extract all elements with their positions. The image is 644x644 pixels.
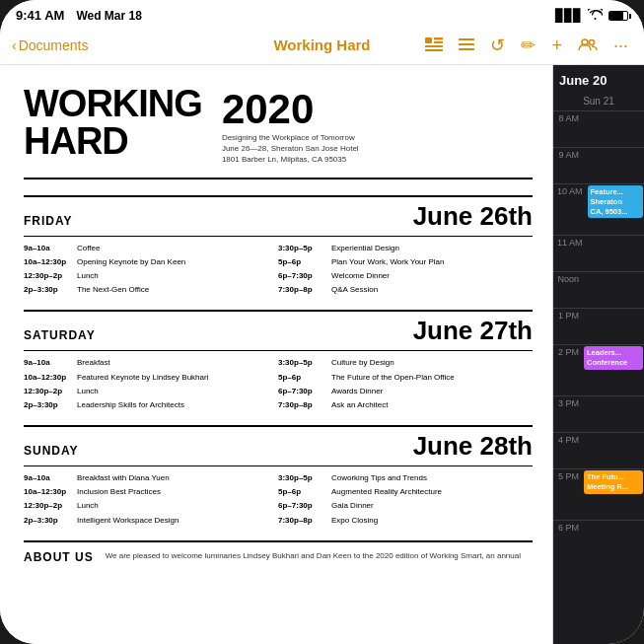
- sched-time: 9a–10a: [24, 472, 71, 483]
- content-area: WORKING HARD 2020 Designing the Workplac…: [0, 65, 644, 644]
- cal-event-area: [583, 521, 644, 556]
- sched-event: Expo Closing: [331, 515, 378, 526]
- schedule-item: 10a–12:30p Inclusion Best Practices: [24, 486, 270, 497]
- svg-rect-2: [434, 41, 443, 43]
- sched-time: 5p–6p: [278, 372, 325, 383]
- schedule-item: 12:30p–2p Lunch: [24, 270, 270, 281]
- back-button[interactable]: ‹ Documents: [12, 37, 88, 53]
- schedule-col: 3:30p–5p Culture by Design 5p–6p The Fut…: [278, 357, 533, 413]
- toolbar: ‹ Documents Working Hard ↺ ✏ + ···: [0, 27, 644, 65]
- cal-row: 9 AM: [553, 147, 644, 183]
- status-time: 9:41 AM: [16, 8, 64, 23]
- cal-event-area: [583, 309, 644, 344]
- cal-row: 4 PM: [553, 432, 644, 468]
- sched-time: 6p–7:30p: [278, 270, 325, 281]
- sched-event: Inclusion Best Practices: [77, 486, 161, 497]
- day-section: SATURDAY June 27th 9a–10a Breakfast 10a–…: [24, 310, 533, 413]
- toolbar-title: Working Hard: [273, 36, 370, 53]
- status-date: Wed Mar 18: [76, 9, 141, 23]
- list-icon[interactable]: [455, 34, 478, 58]
- schedule-item: 2p–3:30p Leadership Skills for Architect…: [24, 399, 270, 410]
- cal-event[interactable]: Feature... Sheraton CA, 9503...: [588, 185, 643, 218]
- schedule-item: 6p–7:30p Gala Dinner: [278, 500, 525, 511]
- cal-time-label: 1 PM: [553, 309, 583, 322]
- cal-row: 2 PMLeaders... Conference: [553, 344, 644, 395]
- cal-day-header: Sun 21: [553, 92, 644, 110]
- schedule-item: 2p–3:30p The Next-Gen Office: [24, 284, 270, 295]
- day-date: June 27th: [115, 316, 533, 346]
- sched-time: 5p–6p: [278, 486, 325, 497]
- cal-event[interactable]: Leaders... Conference: [584, 346, 643, 370]
- sched-time: 12:30p–2p: [24, 386, 71, 396]
- day-date: June 28th: [99, 431, 533, 462]
- schedule-item: 7:30p–8p Q&A Session: [278, 284, 525, 295]
- schedule-item: 7:30p–8p Expo Closing: [278, 515, 525, 526]
- cal-time-label: 2 PM: [553, 345, 583, 359]
- cal-header: June 20: [553, 65, 644, 92]
- schedule-item: 5p–6p Plan Your Work, Work Your Plan: [278, 256, 525, 267]
- svg-rect-1: [434, 37, 443, 40]
- day-name: SATURDAY: [24, 328, 96, 342]
- sched-time: 3:30p–5p: [278, 243, 325, 253]
- schedule-item: 12:30p–2p Lunch: [24, 500, 270, 511]
- schedule-item: 2p–3:30p Intelligent Workspace Design: [24, 515, 270, 526]
- cal-event-area: [583, 396, 644, 432]
- sched-event: Breakfast: [77, 357, 110, 368]
- document-panel[interactable]: WORKING HARD 2020 Designing the Workplac…: [0, 65, 553, 644]
- cal-time-label: 9 AM: [553, 148, 583, 162]
- cal-event-area: Feature... Sheraton CA, 9503...: [587, 184, 644, 220]
- back-label: Documents: [19, 37, 89, 53]
- cal-time-label: Noon: [553, 272, 583, 286]
- schedule-col: 9a–10a Breakfast with Diana Yuen 10a–12:…: [24, 472, 278, 529]
- sched-event: Coworking Tips and Trends: [331, 472, 427, 483]
- calendar-rows: 8 AM9 AM10 AMFeature... Sheraton CA, 950…: [553, 110, 644, 556]
- svg-point-9: [589, 39, 594, 44]
- schedule-item: 6p–7:30p Awards Dinner: [278, 386, 525, 396]
- day-name: FRIDAY: [24, 214, 78, 228]
- battery-icon: [608, 11, 628, 21]
- schedule-item: 5p–6p The Future of the Open-Plan Office: [278, 372, 525, 383]
- sched-event: Q&A Session: [331, 284, 378, 295]
- sched-time: 7:30p–8p: [278, 399, 325, 410]
- sched-event: Intelligent Workspace Design: [77, 515, 179, 526]
- add-icon[interactable]: +: [547, 34, 566, 58]
- cal-row: 3 PM: [553, 395, 644, 432]
- cal-event-area: [587, 236, 644, 271]
- sched-event: Leadership Skills for Architects: [77, 399, 184, 410]
- pen-icon[interactable]: ✏: [517, 33, 539, 58]
- svg-rect-3: [425, 45, 443, 47]
- cal-event[interactable]: The Futu... Meeting R...: [584, 470, 643, 494]
- sched-time: 2p–3:30p: [24, 515, 71, 526]
- schedule-col: 3:30p–5p Experiential Design 5p–6p Plan …: [278, 243, 533, 299]
- sched-time: 10a–12:30p: [24, 486, 71, 497]
- sched-time: 7:30p–8p: [278, 284, 325, 295]
- sched-event: The Future of the Open-Plan Office: [331, 372, 455, 383]
- sched-time: 10a–12:30p: [24, 372, 71, 383]
- svg-rect-5: [459, 38, 474, 40]
- more-icon[interactable]: ···: [609, 34, 632, 58]
- cal-event-area: [583, 433, 644, 468]
- sched-time: 9a–10a: [24, 357, 71, 368]
- sched-time: 5p–6p: [278, 256, 325, 267]
- sched-time: 7:30p–8p: [278, 515, 325, 526]
- doc-subtitle-2: June 26—28, Sheraton San Jose Hotel: [222, 143, 533, 154]
- sched-event: Awards Dinner: [331, 386, 383, 396]
- layout-icon[interactable]: [421, 34, 447, 58]
- back-chevron-icon: ‹: [12, 37, 17, 53]
- device-frame: 9:41 AM Wed Mar 18 ▊▊▊: [0, 0, 644, 644]
- schedule-item: 6p–7:30p Welcome Dinner: [278, 270, 525, 281]
- sched-time: 6p–7:30p: [278, 386, 325, 396]
- doc-title-line1: WORKING: [24, 85, 202, 122]
- sched-event: Experiential Design: [331, 243, 399, 253]
- schedule-item: 9a–10a Breakfast with Diana Yuen: [24, 472, 270, 483]
- cal-event-area: [583, 272, 644, 308]
- calendar-panel: June 20 Sun 21 8 AM9 AM10 AMFeature... S…: [553, 65, 644, 644]
- cal-row: 10 AMFeature... Sheraton CA, 9503...: [553, 183, 644, 235]
- history-icon[interactable]: ↺: [486, 33, 509, 58]
- cal-time-label: 4 PM: [553, 433, 583, 447]
- cal-event-area: Leaders... Conference: [583, 345, 644, 381]
- signal-icon: ▊▊▊: [555, 9, 582, 23]
- people-icon[interactable]: [574, 34, 602, 58]
- cal-row: Noon: [553, 271, 644, 308]
- toolbar-title-container: Working Hard: [273, 36, 370, 54]
